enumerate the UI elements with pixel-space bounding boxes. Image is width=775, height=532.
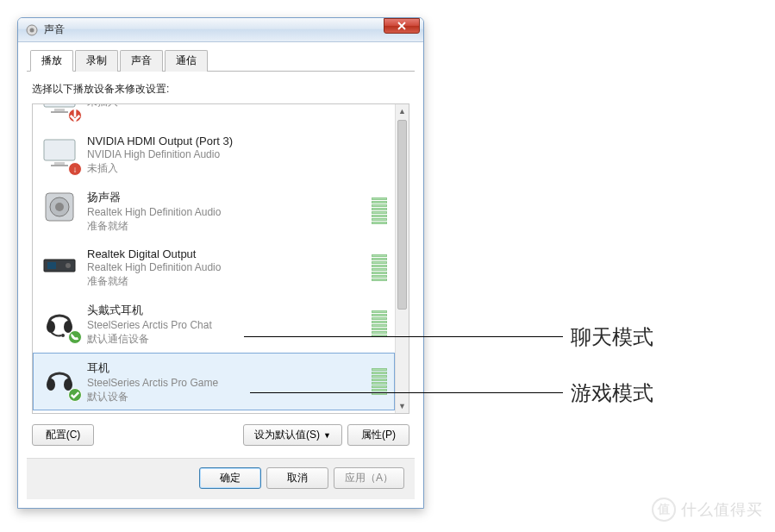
dialog-footer: 确定 取消 应用（A） <box>27 458 415 499</box>
tab-recording[interactable]: 录制 <box>75 50 118 72</box>
device-status: 默认通信设备 <box>87 332 363 347</box>
chevron-down-icon: ▼ <box>323 431 331 440</box>
svg-rect-3 <box>54 109 65 111</box>
ok-button[interactable]: 确定 <box>199 467 261 489</box>
receiver-icon <box>41 246 78 287</box>
level-meter <box>372 254 387 281</box>
dialog-title: 声音 <box>44 22 65 37</box>
svg-rect-7 <box>54 162 65 165</box>
device-item[interactable]: NVIDIA High Definition Audio 未插入 <box>33 103 395 127</box>
error-badge-icon <box>68 109 82 122</box>
device-item[interactable]: 扬声器 Realtek High Definition Audio 准备就绪 <box>33 182 395 240</box>
device-name: Realtek Digital Output <box>87 247 363 260</box>
titlebar[interactable]: 声音 <box>18 18 423 42</box>
monitor-icon <box>41 103 78 121</box>
device-status: 未插入 <box>87 161 387 176</box>
apply-button[interactable]: 应用（A） <box>334 467 404 489</box>
configure-button[interactable]: 配置(C) <box>32 424 94 446</box>
device-status: 未插入 <box>87 103 387 110</box>
device-name: 耳机 <box>87 360 363 376</box>
level-meter <box>372 368 387 395</box>
cancel-button[interactable]: 取消 <box>266 467 328 489</box>
speaker-icon <box>41 188 78 229</box>
svg-rect-4 <box>51 111 68 113</box>
svg-point-1 <box>30 28 34 32</box>
headphones-icon <box>41 359 78 400</box>
svg-point-11 <box>55 203 64 211</box>
set-default-button[interactable]: 设为默认值(S) ▼ <box>243 424 342 446</box>
annotation-line <box>244 336 563 337</box>
watermark: 值 什么值得买 <box>652 498 763 522</box>
level-meter <box>372 310 387 337</box>
svg-point-15 <box>47 321 55 333</box>
device-sub: SteelSeries Arctis Pro Game <box>87 377 363 389</box>
tab-communications[interactable]: 通信 <box>165 50 208 72</box>
sound-icon <box>25 23 39 37</box>
monitor-icon: ↓ <box>41 133 78 174</box>
sound-dialog: 声音 播放 录制 声音 通信 选择以下播放设备来修改设置: <box>17 17 424 509</box>
annotation-game-mode: 游戏模式 <box>571 379 653 407</box>
tab-sounds[interactable]: 声音 <box>120 50 163 72</box>
svg-rect-8 <box>51 165 68 166</box>
device-sub: Realtek High Definition Audio <box>87 261 363 273</box>
device-item[interactable]: 头戴式耳机 SteelSeries Arctis Pro Chat 默认通信设备 <box>33 295 395 353</box>
svg-rect-13 <box>47 262 56 269</box>
close-button[interactable] <box>384 18 420 34</box>
tabs: 播放 录制 声音 通信 <box>27 49 415 72</box>
device-name: 扬声器 <box>87 190 363 205</box>
device-list[interactable]: NVIDIA High Definition Audio 未插入 ↓ NVIDI… <box>32 103 409 414</box>
scroll-thumb[interactable] <box>397 120 407 310</box>
phone-badge-icon <box>68 330 82 344</box>
device-buttons: 配置(C) 设为默认值(S) ▼ 属性(P) <box>32 424 409 446</box>
svg-point-14 <box>66 263 71 268</box>
watermark-icon: 值 <box>652 498 676 522</box>
svg-rect-6 <box>44 140 75 160</box>
properties-button[interactable]: 属性(P) <box>347 424 409 446</box>
svg-point-17 <box>61 334 65 337</box>
error-badge-icon: ↓ <box>68 162 82 176</box>
scroll-down-button[interactable]: ▼ <box>396 399 409 413</box>
level-meter <box>372 197 387 224</box>
scrollbar[interactable]: ▲ ▼ <box>395 104 409 413</box>
device-name: NVIDIA HDMI Output (Port 3) <box>87 135 387 147</box>
device-sub: NVIDIA High Definition Audio <box>87 148 387 160</box>
annotation-line <box>250 392 563 393</box>
headset-icon <box>41 301 78 342</box>
device-sub: Realtek High Definition Audio <box>87 206 363 218</box>
device-item[interactable]: 耳机 SteelSeries Arctis Pro Game 默认设备 <box>33 353 395 410</box>
svg-point-18 <box>47 379 55 391</box>
dialog-body: 播放 录制 声音 通信 选择以下播放设备来修改设置: NVIDIA High D… <box>18 42 423 508</box>
device-item[interactable]: Realtek Digital Output Realtek High Defi… <box>33 240 395 295</box>
device-sub: SteelSeries Arctis Pro Chat <box>87 319 363 331</box>
set-default-label: 设为默认值(S) <box>254 428 320 442</box>
scroll-up-button[interactable]: ▲ <box>396 104 409 118</box>
device-name: 头戴式耳机 <box>87 303 363 318</box>
check-badge-icon <box>68 388 82 402</box>
device-status: 准备就绪 <box>87 274 363 289</box>
annotation-chat-mode: 聊天模式 <box>571 323 653 351</box>
device-status: 准备就绪 <box>87 219 363 234</box>
tab-playback[interactable]: 播放 <box>30 50 73 72</box>
device-item[interactable]: ↓ NVIDIA HDMI Output (Port 3) NVIDIA Hig… <box>33 127 395 182</box>
instruction-text: 选择以下播放设备来修改设置: <box>32 82 409 97</box>
watermark-text: 什么值得买 <box>681 499 763 520</box>
